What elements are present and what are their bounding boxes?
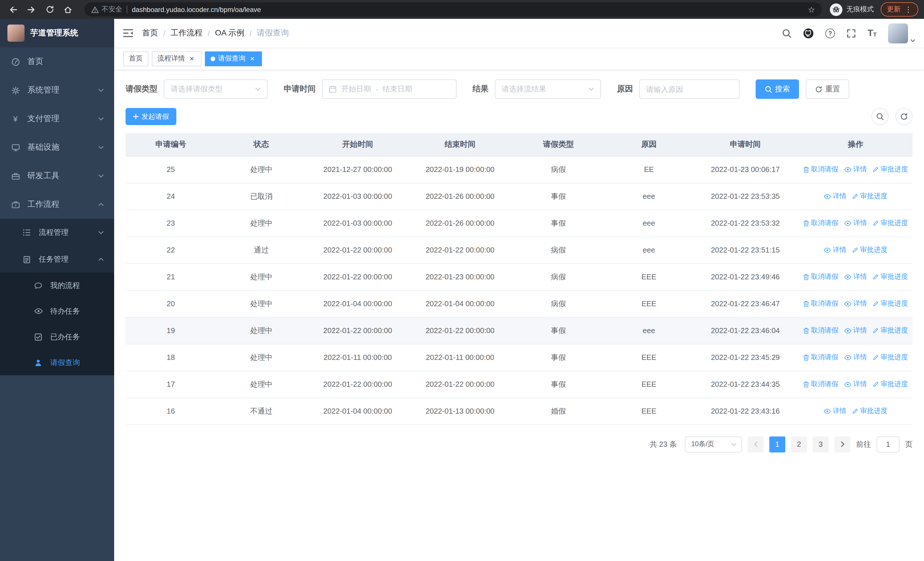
approval-progress-link[interactable]: 审批进度 [873,299,908,308]
sidebar-item-todo-tasks[interactable]: 待办任务 [0,298,114,324]
next-page-button[interactable] [834,436,850,452]
omnibox[interactable]: 不安全 dashboard.yudao.iocoder.cn/bpm/oa/le… [84,2,822,17]
breadcrumb-workflow[interactable]: 工作流程 [171,28,202,38]
browser-menu-icon[interactable]: ⋮ [904,6,912,13]
goto-page-input[interactable] [877,436,900,452]
eye-icon [844,274,852,280]
sidebar-item-process-management[interactable]: 流程管理 [0,219,114,246]
forward-icon[interactable] [24,2,39,17]
table-row[interactable]: 17 处理中 2022-01-22 00:00:00 2022-01-22 00… [126,371,913,398]
table-row[interactable]: 20 处理中 2022-01-04 00:00:00 2022-01-04 00… [126,290,913,317]
detail-link[interactable]: 详情 [844,164,867,174]
breadcrumb-home[interactable]: 首页 [142,28,158,38]
table-row[interactable]: 22 通过 2022-01-22 00:00:00 2022-01-22 00:… [126,236,913,263]
cancel-leave-link[interactable]: 取消请假 [803,272,838,282]
font-size-icon[interactable]: TT [867,29,877,38]
sidebar-item-task-management[interactable]: 任务管理 [0,246,114,272]
detail-link[interactable]: 详情 [844,218,867,228]
table-row[interactable]: 19 处理中 2022-01-22 00:00:00 2022-01-22 00… [126,317,913,344]
cell-start-time: 2022-01-22 00:00:00 [306,263,409,290]
result-select[interactable]: 请选择流结果 [495,80,601,99]
table-row[interactable]: 25 处理中 2021-12-27 00:00:00 2022-01-19 00… [126,156,913,183]
security-chip[interactable]: 不安全 [92,5,122,14]
github-icon[interactable] [803,28,814,39]
cell-leave-type: 事假 [511,317,606,344]
page-size-select[interactable]: 10条/页 [685,436,742,452]
breadcrumb-oa-example[interactable]: OA 示例 [215,28,244,38]
table-row[interactable]: 16 不通过 2022-01-04 00:00:00 2022-01-13 00… [126,398,913,424]
table-row[interactable]: 18 处理中 2022-01-11 00:00:00 2022-01-11 00… [126,344,913,371]
detail-link[interactable]: 详情 [824,245,846,255]
search-button[interactable]: 搜索 [756,80,799,99]
table-row[interactable]: 24 已取消 2022-01-03 00:00:00 2022-01-26 00… [126,183,913,210]
fullscreen-icon[interactable] [846,28,856,38]
detail-link[interactable]: 详情 [824,406,846,416]
column-header: 申请编号 [126,133,216,156]
url-text[interactable]: dashboard.yudao.iocoder.cn/bpm/oa/leave [132,5,803,14]
approval-progress-link[interactable]: 审批进度 [873,218,908,228]
toggle-search-icon[interactable] [872,108,889,125]
refresh-icon[interactable] [42,2,57,17]
detail-link[interactable]: 详情 [844,352,867,362]
bookmark-star-icon[interactable]: ☆ [808,5,815,14]
table-row[interactable]: 23 处理中 2022-01-03 00:00:00 2022-01-26 00… [126,210,913,236]
approval-progress-link[interactable]: 审批进度 [852,245,888,255]
approval-progress-link[interactable]: 审批进度 [873,352,908,362]
sidebar-item-system[interactable]: 系统管理 [0,76,114,105]
start-date-placeholder[interactable]: 开始日期 [341,84,371,94]
approval-progress-link[interactable]: 审批进度 [852,406,888,416]
approval-progress-link[interactable]: 审批进度 [873,379,908,389]
sidebar-item-my-process[interactable]: 我的流程 [0,272,114,298]
sidebar-item-done-tasks[interactable]: 已办任务 [0,324,114,350]
end-date-placeholder[interactable]: 结束日期 [382,84,412,94]
update-pill[interactable]: 更新 ⋮ [880,2,918,17]
search-icon[interactable] [782,28,792,38]
eye-icon [33,306,44,316]
sidebar-item-devtools[interactable]: 研发工具 [0,162,114,190]
tab-leave-query[interactable]: 请假查询 × [205,51,262,66]
sidebar-fold-icon[interactable] [123,29,134,38]
approval-progress-link[interactable]: 审批进度 [873,164,908,174]
cancel-leave-link[interactable]: 取消请假 [803,379,838,389]
sidebar-item-infrastructure[interactable]: 基础设施 [0,133,114,162]
user-menu[interactable] [888,23,915,43]
detail-link[interactable]: 详情 [844,272,867,282]
reason-input[interactable] [639,80,740,99]
cell-status: 不通过 [216,398,306,424]
sidebar-item-payment[interactable]: ¥ 支付管理 [0,105,114,133]
page-button-1[interactable]: 1 [770,436,785,452]
refresh-table-icon[interactable] [896,108,913,125]
workflow-submenu: 流程管理 任务管理 我的流程 [0,219,114,375]
detail-link[interactable]: 详情 [844,326,867,335]
tab-home[interactable]: 首页 [123,51,148,66]
approval-progress-link[interactable]: 审批进度 [852,191,888,201]
page-button-2[interactable]: 2 [791,436,807,452]
cancel-leave-link[interactable]: 取消请假 [803,164,838,174]
cancel-leave-link[interactable]: 取消请假 [803,352,838,362]
home-icon[interactable] [60,2,75,17]
back-icon[interactable] [6,2,21,17]
leave-type-select[interactable]: 请选择请假类型 [164,80,268,99]
detail-link[interactable]: 详情 [844,379,867,389]
reset-button[interactable]: 重置 [806,80,849,99]
help-icon[interactable]: ? [825,28,835,38]
date-range-picker[interactable]: 开始日期 - 结束日期 [322,80,457,99]
close-icon[interactable]: × [248,54,256,63]
detail-link[interactable]: 详情 [824,191,846,201]
sidebar-item-workflow[interactable]: 工作流程 [0,190,114,219]
cancel-leave-link[interactable]: 取消请假 [803,299,838,308]
detail-link[interactable]: 详情 [844,299,867,308]
approval-progress-link[interactable]: 审批进度 [873,272,908,282]
cancel-leave-link[interactable]: 取消请假 [803,218,838,228]
sidebar-item-home[interactable]: 首页 [0,47,114,76]
cancel-leave-link[interactable]: 取消请假 [803,326,838,335]
sidebar-item-leave-query[interactable]: 请假查询 [0,350,114,375]
close-icon[interactable]: × [188,54,196,63]
page-button-3[interactable]: 3 [813,436,829,452]
table-row[interactable]: 21 处理中 2022-01-22 00:00:00 2022-01-23 00… [126,263,913,290]
approval-progress-link[interactable]: 审批进度 [873,326,908,335]
tab-process-detail[interactable]: 流程详情 × [152,51,201,66]
prev-page-button[interactable] [748,436,764,452]
create-leave-button[interactable]: 发起请假 [126,108,176,125]
app-logo[interactable]: 芋道管理系统 [0,19,114,47]
